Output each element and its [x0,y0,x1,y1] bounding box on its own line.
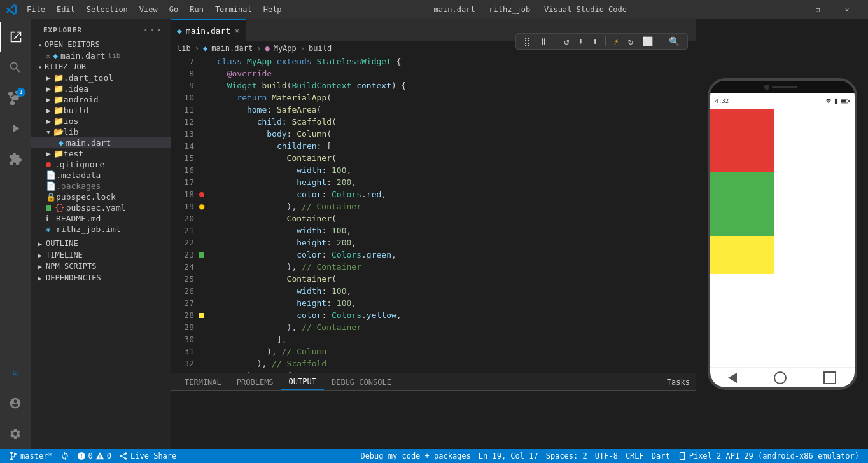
sidebar-item-pubspec-lock[interactable]: 🔒 pubspec.lock [31,191,171,202]
live-share-status[interactable]: Live Share [115,449,180,463]
error-warning-status[interactable]: 0 0 [73,449,115,463]
sidebar-item-ios[interactable]: ▶ 📁 ios [31,116,171,127]
debug-search-button[interactable]: 🔍 [666,35,682,48]
status-bar-right: Debug my code + packages Ln 19, Col 17 S… [356,449,863,463]
sidebar-item-pubspec-yaml[interactable]: {} pubspec.yaml [31,202,171,213]
debug-step-into-button[interactable]: ⬇ [575,35,585,48]
folder-expand-arrow: ▶ [46,116,51,126]
sidebar-item-dart-tool[interactable]: ▶ 📁 .dart_tool [31,73,171,83]
minimize-button[interactable]: ─ [774,0,803,19]
menu-edit[interactable]: Edit [52,4,80,15]
close-button[interactable]: ✕ [832,0,862,19]
menu-terminal[interactable]: Terminal [210,4,257,15]
debug-stop-button[interactable]: ⬜ [640,35,655,48]
debug-step-over-button[interactable]: ↺ [561,35,571,48]
file-name: main.dart [66,138,111,148]
sidebar-item-android[interactable]: ▶ 📁 android [31,94,171,105]
indentation-status[interactable]: Spaces: 2 [542,449,591,463]
sidebar-item-iml[interactable]: ◈ rithz_job.iml [31,224,171,235]
extensions-icon[interactable] [0,144,31,174]
debug-hot-reload-button[interactable]: ⚡ [611,35,621,48]
folder-icon: 📁 [53,84,64,93]
code-line-8: @override [217,67,696,79]
settings-icon[interactable] [0,418,31,449]
account-icon[interactable] [0,388,31,418]
sidebar-item-gitignore[interactable]: .gitignore [31,159,171,170]
sidebar-item-idea[interactable]: ▶ 📁 .idea [31,83,171,94]
sidebar-item-readme[interactable]: ℹ README.md [31,213,171,224]
breadcrumb-class[interactable]: MyApp [274,44,297,53]
folder-expand-arrow: ▾ [46,127,51,137]
code-text[interactable]: class MyApp extends StatelessWidget { @o… [211,55,696,373]
breadcrumb-file[interactable]: main.dart [211,44,253,53]
debug-restart-button[interactable]: ↻ [626,35,636,48]
open-editor-path: lib [108,52,121,60]
terminal-tab[interactable]: TERMINAL [177,375,229,389]
menu-view[interactable]: View [134,4,163,15]
project-label: RITHZ_JOB [45,62,86,71]
run-debug-icon[interactable] [0,113,31,144]
speaker-icon [772,86,797,88]
sidebar-item-metadata[interactable]: 📄 .metadata [31,170,171,181]
debug-pause-button[interactable]: ⏸ [536,35,550,48]
menu-run[interactable]: Run [185,4,209,15]
breadcrumb-dart-icon: ◆ [203,44,207,53]
back-button [728,373,737,383]
debug-label-status[interactable]: Debug my code + packages [356,449,474,463]
menu-file[interactable]: File [22,4,50,15]
timeline-section[interactable]: ▶ TIMELINE [31,249,171,261]
terminal-content[interactable] [171,391,696,449]
terminal-tasks[interactable]: Tasks [667,378,690,387]
recents-button [823,371,836,384]
problems-tab[interactable]: PROBLEMS [229,375,281,389]
outline-section[interactable]: ▶ OUTLINE [31,238,171,249]
breadcrumb-lib[interactable]: lib [177,44,191,53]
sidebar: EXPLORER ··· ▾ OPEN EDITORS ✕ ◆ main.dar… [31,19,171,449]
close-icon[interactable]: ✕ [46,52,50,60]
code-line-31: ), // Column [217,345,696,357]
code-line-18: color: Colors.red, [217,188,696,200]
activity-bar-bottom: ⊞ [0,357,31,449]
explorer-icon[interactable] [0,22,31,52]
menu-selection[interactable]: Selection [81,4,133,15]
breadcrumb-method[interactable]: build [309,44,332,53]
language-mode-status[interactable]: Dart [648,449,674,463]
sidebar-item-lib[interactable]: ▾ 📂 lib [31,127,171,137]
debug-console-tab[interactable]: DEBUG CONSOLE [324,375,399,389]
file-name: pubspec.yaml [66,203,126,212]
search-icon[interactable] [0,52,31,83]
dart-icon: ◆ [59,138,64,148]
npm-scripts-section[interactable]: ▶ NPM SCRIPTS [31,261,171,272]
dependencies-section[interactable]: ▶ DEPENDENCIES [31,272,171,284]
editor-tab-main-dart[interactable]: ◆ main.dart × [171,19,246,41]
sidebar-more-button[interactable]: ··· [143,24,163,36]
folder-icon: 📁 [53,73,64,83]
open-editors-header[interactable]: ▾ OPEN EDITORS [31,39,171,50]
debug-continue-button[interactable]: ⣿ [521,35,533,48]
sync-status[interactable] [57,449,73,463]
code-editor[interactable]: 7891011 1213141516 1718192021 2223242526… [171,55,696,373]
sidebar-item-build[interactable]: ▶ 📁 build [31,105,171,116]
remote-icon[interactable]: ⊞ [0,357,31,388]
eol-status[interactable]: CRLF [622,449,648,463]
tab-close-button[interactable]: × [234,25,239,36]
project-header[interactable]: ▾ RITHZ_JOB [31,61,171,73]
debug-step-out-button[interactable]: ⬆ [590,35,600,48]
encoding-status[interactable]: UTF-8 [591,449,622,463]
git-branch-status[interactable]: master* [5,449,57,463]
cursor-position-status[interactable]: Ln 19, Col 17 [475,449,542,463]
open-editor-main-dart[interactable]: ✕ ◆ main.dart lib [31,50,171,61]
menu-help[interactable]: Help [258,4,287,15]
sidebar-item-main-dart[interactable]: ◆ main.dart [31,137,171,148]
sidebar-item-test[interactable]: ▶ 📁 test [31,148,171,159]
source-control-icon[interactable]: 1 [0,83,31,113]
sidebar-item-packages[interactable]: 📄 .packages [31,181,171,191]
title-bar-left: File Edit Selection View Go Run Terminal… [6,4,287,15]
emulator-status[interactable]: Pixel 2 API 29 (android-x86 emulator) [674,449,863,463]
maximize-button[interactable]: ❐ [803,0,832,19]
red-container [710,109,774,172]
camera-icon [764,85,769,90]
open-editors-section: ▾ OPEN EDITORS ✕ ◆ main.dart lib [31,39,171,61]
menu-go[interactable]: Go [164,4,183,15]
output-tab[interactable]: OUTPUT [281,375,324,390]
